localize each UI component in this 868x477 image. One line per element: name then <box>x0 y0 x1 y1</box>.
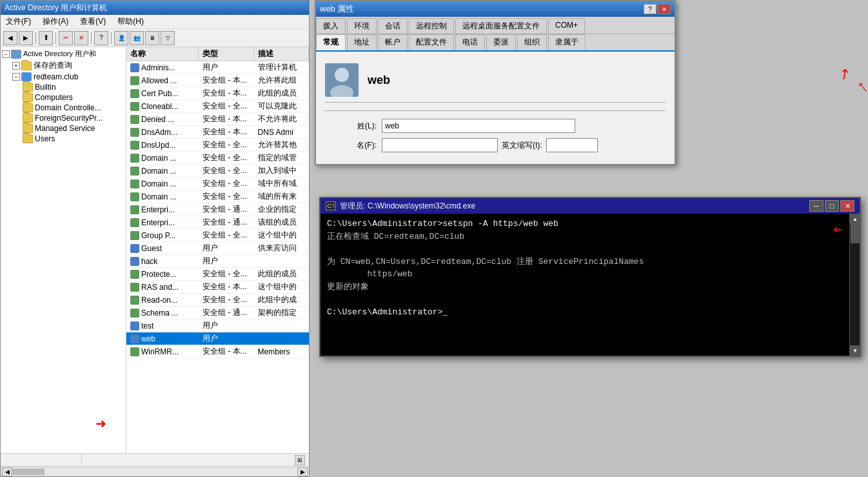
h-scrollbar[interactable]: ◀ ▶ <box>1 466 309 476</box>
cmd-maximize-btn[interactable]: □ <box>825 200 839 212</box>
ad-tree[interactable]: − Active Directory 用户和 + 保存的查询 − redteam… <box>1 47 126 453</box>
user-avatar-svg <box>325 63 359 97</box>
tab-phone[interactable]: 电话 <box>455 34 485 50</box>
tree-item-computers[interactable]: Computers <box>2 92 124 103</box>
abbr-input[interactable] <box>546 138 598 152</box>
tab-rds-profile[interactable]: 远程桌面服务配置文件 <box>455 18 547 34</box>
tab-env[interactable]: 环境 <box>347 18 377 34</box>
col-header-desc[interactable]: 描述 <box>254 47 309 61</box>
tree-item-root[interactable]: − Active Directory 用户和 <box>2 48 124 59</box>
toolbar-delete[interactable]: ✕ <box>74 31 88 45</box>
scroll-right-btn[interactable]: ▶ <box>297 467 308 476</box>
tree-item-domain[interactable]: − redteam.club <box>2 72 124 82</box>
svg-point-1 <box>335 68 349 82</box>
list-row[interactable]: Group P...安全组 - 全...这个组中的 <box>126 229 309 242</box>
tree-item-saved[interactable]: + 保存的查询 <box>2 59 124 72</box>
tab-com[interactable]: COM+ <box>548 18 585 34</box>
props-red-arrow: ↑ <box>852 76 868 97</box>
list-row[interactable]: Denied ...安全组 - 本...不允许将此 <box>126 113 309 126</box>
scroll-left-btn[interactable]: ◀ <box>2 467 12 476</box>
list-row[interactable]: Domain ...安全组 - 全...域的所有来 <box>126 190 309 203</box>
cmd-minimize-btn[interactable]: ─ <box>809 200 824 212</box>
list-row[interactable]: hack用户 <box>126 255 309 268</box>
tab-address[interactable]: 地址 <box>347 34 377 50</box>
scroll-track[interactable] <box>850 224 860 345</box>
list-row[interactable]: Domain ...安全组 - 全...域中所有域 <box>126 178 309 190</box>
scroll-thumb[interactable] <box>12 469 44 475</box>
list-row[interactable]: Enterpri...安全组 - 通...该组的成员 <box>126 216 309 229</box>
scroll-up-btn[interactable]: ▲ <box>850 214 860 224</box>
list-row[interactable]: Allowed ...安全组 - 本...允许将此组 <box>126 74 309 87</box>
toolbar-b3[interactable]: 🖥 <box>145 31 159 45</box>
tab-account[interactable]: 帐户 <box>378 34 408 50</box>
tree-item-fsp[interactable]: ForeignSecurityPr... <box>2 113 124 123</box>
toolbar-forward[interactable]: ▶ <box>19 31 33 45</box>
group-icon <box>130 167 139 176</box>
list-row[interactable]: Read-on...安全组 - 全...此组中的成 <box>126 294 309 307</box>
tree-item-builtin[interactable]: Builtin <box>2 82 124 92</box>
tree-item-users[interactable]: Users <box>2 134 124 144</box>
cmd-scrollbar[interactable]: ▲ ▼ <box>849 214 860 356</box>
list-row[interactable]: WinRMR...安全组 - 本...Members <box>126 345 309 358</box>
cmd-body[interactable]: C:\Users\Administrator>setspn -A https/w… <box>321 214 860 356</box>
tab-delegation[interactable]: 委派 <box>486 34 516 50</box>
tab-profile[interactable]: 配置文件 <box>409 34 454 50</box>
toolbar-up[interactable]: ⬆ <box>39 31 53 45</box>
list-row[interactable]: Protecte...安全组 - 全...此组的成员 <box>126 268 309 281</box>
menu-view[interactable]: 查看(V) <box>77 15 108 28</box>
col-header-type[interactable]: 类型 <box>199 47 253 61</box>
ad-titlebar: Active Directory 用户和计算机 <box>1 1 309 15</box>
menu-help[interactable]: 帮助(H) <box>115 15 146 28</box>
list-row[interactable]: Schema ...安全组 - 通...架构的指定 <box>126 307 309 320</box>
list-row[interactable]: Domain ...安全组 - 全...加入到域中 <box>126 165 309 178</box>
list-row[interactable]: Cert Pub...安全组 - 本...此组的成员 <box>126 87 309 100</box>
tree-label-root: Active Directory 用户和 <box>23 49 96 59</box>
list-row[interactable]: Domain ...安全组 - 全...指定的域管 <box>126 152 309 165</box>
last-name-input[interactable] <box>382 119 575 133</box>
list-row[interactable]: Enterpri...安全组 - 通...企业的指定 <box>126 203 309 216</box>
scroll-thumb[interactable] <box>851 224 860 243</box>
list-cell-type: 安全组 - 本... <box>199 74 253 86</box>
list-cell-name: Enterpri... <box>141 218 175 227</box>
tree-item-managed[interactable]: Managed Service <box>2 123 124 134</box>
tree-item-dc[interactable]: Domain Controlle... <box>2 103 124 113</box>
toolbar-b1[interactable]: 👤 <box>114 31 128 45</box>
statusbar-resize[interactable]: ⊞ <box>295 455 305 465</box>
list-row[interactable]: web用户 <box>126 332 309 345</box>
tree-expand-domain[interactable]: − <box>12 73 20 81</box>
scroll-track[interactable] <box>12 469 297 475</box>
tab-general[interactable]: 常规 <box>316 34 346 50</box>
list-cell-desc: 企业的指定 <box>254 203 309 216</box>
tab-member-of[interactable]: 隶属于 <box>548 34 586 50</box>
tab-remote-control[interactable]: 远程控制 <box>409 18 454 34</box>
menu-action[interactable]: 操作(A) <box>40 15 71 28</box>
toolbar-cut[interactable]: ✂ <box>59 31 73 45</box>
titlebar-buttons: ? ✕ <box>644 4 671 14</box>
tree-expand-root[interactable]: − <box>2 50 10 58</box>
props-close-btn[interactable]: ✕ <box>658 4 671 14</box>
tree-label-saved: 保存的查询 <box>34 60 72 71</box>
list-row[interactable]: Cloneabl...安全组 - 全...可以克隆此 <box>126 100 309 113</box>
toolbar-help[interactable]: ? <box>94 31 108 45</box>
list-row[interactable]: Adminis...用户管理计算机 <box>126 61 309 74</box>
scroll-down-btn[interactable]: ▼ <box>850 345 860 356</box>
list-row[interactable]: test用户 <box>126 320 309 332</box>
list-row[interactable]: Guest用户供来宾访问 <box>126 242 309 255</box>
list-row[interactable]: DnsAdm...安全组 - 本...DNS Admi <box>126 126 309 139</box>
toolbar-b2[interactable]: 👥 <box>130 31 144 45</box>
cmd-close-btn[interactable]: ✕ <box>840 200 854 212</box>
col-header-name[interactable]: 名称 <box>126 47 199 61</box>
list-row[interactable]: RAS and...安全组 - 本...这个组中的 <box>126 281 309 294</box>
list-cell-desc: 架构的指定 <box>254 307 309 319</box>
toolbar-back[interactable]: ◀ <box>3 31 17 45</box>
ad-window: Active Directory 用户和计算机 文件(F) 操作(A) 查看(V… <box>0 0 310 477</box>
first-name-input[interactable] <box>382 138 498 152</box>
tab-dialin[interactable]: 拨入 <box>316 18 346 34</box>
tab-org[interactable]: 组织 <box>517 34 547 50</box>
toolbar-filter[interactable]: ▽ <box>161 31 175 45</box>
props-help-btn[interactable]: ? <box>644 4 656 14</box>
tree-expand-saved[interactable]: + <box>12 62 20 70</box>
list-row[interactable]: DnsUpd...安全组 - 全...允许替其他 <box>126 139 309 152</box>
menu-file[interactable]: 文件(F) <box>3 15 34 28</box>
tab-session[interactable]: 会话 <box>378 18 408 34</box>
